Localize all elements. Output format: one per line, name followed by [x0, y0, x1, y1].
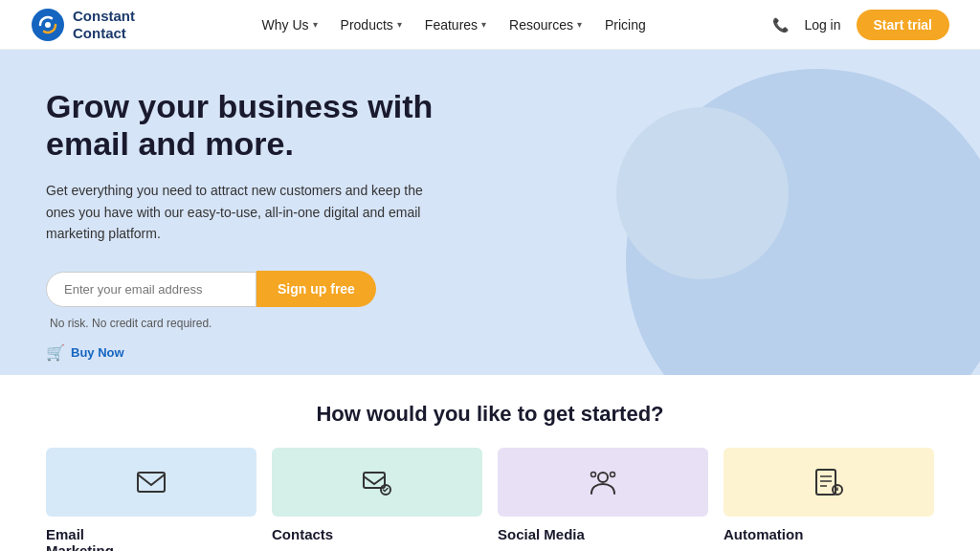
logo[interactable]: Constant Contact	[31, 8, 135, 42]
how-cards: EmailMarketing Connect with people where…	[31, 448, 949, 551]
social-media-icon	[586, 465, 620, 499]
list-item[interactable]: Social Media Get noticed on the feed and…	[498, 448, 708, 551]
hero-circle-small	[616, 107, 789, 279]
buy-now-label: Buy Now	[71, 345, 124, 360]
svg-point-1	[45, 22, 51, 28]
buy-now-link[interactable]: 🛒 Buy Now	[46, 343, 515, 362]
email-marketing-icon	[134, 465, 168, 499]
card-icon-box-social	[498, 448, 708, 517]
card-icon-box-email	[46, 448, 256, 517]
cart-icon: 🛒	[46, 343, 65, 362]
chevron-down-icon: ▾	[481, 19, 486, 30]
start-trial-button[interactable]: Start trial	[857, 10, 949, 40]
phone-icon: 📞	[772, 17, 789, 33]
card-title: EmailMarketing	[46, 526, 256, 551]
nav-links: Why Us ▾ Products ▾ Features ▾ Resources…	[262, 17, 646, 33]
chevron-down-icon: ▾	[313, 19, 318, 30]
svg-point-7	[591, 473, 596, 477]
logo-icon	[31, 8, 65, 42]
list-item[interactable]: Contacts Grow your customer list fast wi…	[272, 448, 482, 551]
nav-link-features[interactable]: Features ▾	[425, 17, 486, 33]
card-title: Social Media	[498, 526, 708, 542]
chevron-down-icon: ▾	[577, 19, 582, 30]
hero-section: Grow your business with email and more. …	[0, 50, 980, 375]
svg-point-6	[611, 473, 615, 477]
automation-icon	[812, 465, 846, 499]
svg-point-5	[598, 473, 608, 482]
card-title: Automation	[724, 526, 934, 542]
nav-link-resources[interactable]: Resources ▾	[509, 17, 582, 33]
navbar: Constant Contact Why Us ▾ Products ▾ Fea…	[0, 0, 980, 50]
nav-link-products[interactable]: Products ▾	[341, 17, 402, 33]
nav-link-why-us[interactable]: Why Us ▾	[262, 17, 318, 33]
signup-button[interactable]: Sign up free	[256, 271, 376, 307]
svg-rect-3	[364, 473, 385, 488]
hero-subtitle: Get everything you need to attract new c…	[46, 180, 448, 244]
how-section: How would you like to get started? Email…	[0, 375, 980, 551]
email-input[interactable]	[46, 272, 256, 307]
hero-disclaimer: No risk. No credit card required.	[50, 317, 515, 330]
hero-content: Grow your business with email and more. …	[46, 88, 515, 362]
nav-link-pricing[interactable]: Pricing	[605, 17, 646, 33]
hero-form: Sign up free	[46, 271, 515, 307]
hero-title: Grow your business with email and more.	[46, 88, 515, 163]
login-link[interactable]: Log in	[804, 17, 840, 33]
svg-rect-2	[138, 473, 165, 492]
card-icon-box-automation	[724, 448, 934, 517]
list-item[interactable]: Automation Learn more about your audienc…	[724, 448, 934, 551]
chevron-down-icon: ▾	[397, 19, 402, 30]
list-item[interactable]: EmailMarketing Connect with people where	[46, 448, 256, 551]
contacts-icon	[360, 465, 394, 499]
card-title: Contacts	[272, 526, 482, 542]
nav-right: 📞 Log in Start trial	[772, 10, 949, 40]
logo-text: Constant Contact	[73, 8, 135, 42]
how-section-title: How would you like to get started?	[31, 402, 949, 427]
card-icon-box-contacts	[272, 448, 482, 517]
